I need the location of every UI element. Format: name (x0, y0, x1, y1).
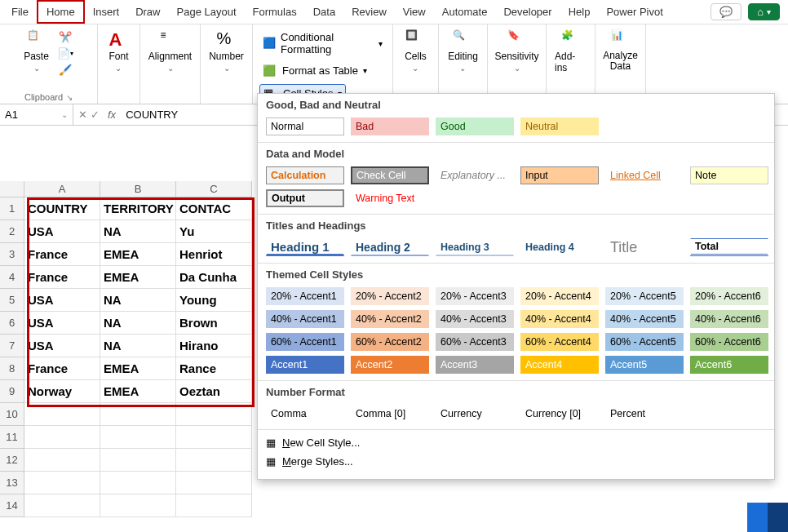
style-themed[interactable]: 60% - Accent5 (605, 333, 684, 351)
style-themed[interactable]: 60% - Accent4 (520, 333, 599, 351)
style-heading1[interactable]: Heading 1 (266, 238, 344, 256)
format-painter-button[interactable]: 🖌️ (55, 62, 75, 77)
style-linked-cell[interactable]: Linked Cell (605, 166, 684, 184)
style-heading4[interactable]: Heading 4 (520, 238, 599, 256)
number-button[interactable]: % Number (207, 28, 246, 75)
style-title[interactable]: Title (605, 238, 684, 256)
style-currency0[interactable]: Currency [0] (520, 405, 599, 423)
row-header[interactable]: 12 (0, 449, 24, 472)
row-header[interactable]: 11 (0, 426, 24, 449)
share-button[interactable]: ⌂ ▾ (748, 3, 780, 20)
style-themed[interactable]: 20% - Accent5 (605, 287, 684, 305)
cell[interactable] (100, 449, 176, 472)
style-input[interactable]: Input (520, 166, 599, 184)
style-currency[interactable]: Currency (436, 405, 514, 423)
tab-review[interactable]: Review (343, 0, 395, 24)
style-themed[interactable]: 60% - Accent1 (266, 333, 344, 351)
row-header[interactable]: 6 (0, 312, 24, 335)
tab-formulas[interactable]: Formulas (245, 0, 305, 24)
cell[interactable]: Brown (176, 312, 252, 335)
style-accent[interactable]: Accent6 (690, 356, 768, 374)
cell[interactable]: EMEA (100, 380, 176, 403)
cells-button[interactable]: 🔲 Cells (403, 28, 428, 75)
chevron-down-icon[interactable]: ⌄ (61, 110, 68, 119)
style-themed[interactable]: 40% - Accent2 (351, 310, 429, 328)
cell[interactable] (176, 494, 252, 517)
fx-icon[interactable]: fx (104, 109, 119, 121)
style-themed[interactable]: 40% - Accent4 (520, 310, 599, 328)
cell[interactable] (176, 449, 252, 472)
cell[interactable]: USA (24, 220, 100, 243)
name-box[interactable]: A1 ⌄ (0, 104, 73, 125)
style-themed[interactable]: 20% - Accent6 (690, 287, 768, 305)
taskbar-item-1[interactable] (747, 503, 768, 532)
cell[interactable]: Young (176, 289, 252, 312)
style-explanatory[interactable]: Explanatory ... (436, 166, 514, 184)
style-accent[interactable]: Accent4 (520, 356, 599, 374)
style-output[interactable]: Output (266, 189, 344, 207)
cell[interactable] (100, 403, 176, 426)
col-header[interactable]: A (24, 181, 100, 197)
style-check-cell[interactable]: Check Cell (351, 166, 429, 184)
style-themed[interactable]: 40% - Accent5 (605, 310, 684, 328)
taskbar-item-2[interactable] (768, 503, 788, 532)
row-header[interactable]: 2 (0, 220, 24, 243)
style-comma[interactable]: Comma (266, 405, 344, 423)
cell[interactable]: COUNTRY (24, 197, 100, 220)
style-themed[interactable]: 40% - Accent3 (436, 310, 514, 328)
cell[interactable]: Henriot (176, 243, 252, 266)
tab-help[interactable]: Help (560, 0, 599, 24)
style-heading2[interactable]: Heading 2 (351, 238, 429, 256)
row-header[interactable]: 13 (0, 472, 24, 494)
style-calculation[interactable]: Calculation (266, 166, 344, 184)
cell[interactable]: France (24, 243, 100, 266)
cell[interactable]: NA (100, 220, 176, 243)
cell[interactable] (100, 494, 176, 517)
cell[interactable]: USA (24, 335, 100, 357)
cell[interactable]: NA (100, 335, 176, 357)
style-themed[interactable]: 60% - Accent6 (690, 333, 768, 351)
comments-button[interactable]: 💬 (711, 3, 742, 20)
cancel-formula-icon[interactable]: ✕ (78, 109, 87, 121)
analyze-button[interactable]: 📊 Analyze Data (601, 28, 640, 73)
cell[interactable] (100, 426, 176, 449)
style-neutral[interactable]: Neutral (520, 117, 599, 135)
cell[interactable]: EMEA (100, 243, 176, 266)
font-button[interactable]: A Font (107, 28, 130, 75)
cell[interactable]: CONTAC (176, 197, 252, 220)
style-accent[interactable]: Accent2 (351, 356, 429, 374)
style-note[interactable]: Note (690, 166, 768, 184)
cell[interactable] (24, 472, 100, 494)
style-themed[interactable]: 40% - Accent1 (266, 310, 344, 328)
formula-input[interactable]: COUNTRY (119, 109, 184, 121)
cell[interactable] (24, 494, 100, 517)
cell[interactable]: EMEA (100, 357, 176, 380)
cell[interactable] (24, 426, 100, 449)
merge-styles-button[interactable]: ▦ Merge Styles... (266, 452, 766, 471)
select-all-corner[interactable] (0, 181, 24, 197)
cell[interactable]: France (24, 266, 100, 289)
paste-button[interactable]: 📋 Paste (22, 28, 51, 75)
format-as-table-button[interactable]: 🟩 Format as Table ▾ (259, 63, 370, 79)
row-header[interactable]: 1 (0, 197, 24, 220)
cell[interactable] (176, 472, 252, 494)
row-header[interactable]: 4 (0, 266, 24, 289)
cell[interactable]: Hirano (176, 335, 252, 357)
style-themed[interactable]: 60% - Accent3 (436, 333, 514, 351)
style-accent[interactable]: Accent3 (436, 356, 514, 374)
cell[interactable] (24, 449, 100, 472)
row-header[interactable]: 10 (0, 403, 24, 426)
cell[interactable]: Norway (24, 380, 100, 403)
copy-button[interactable]: 📄▾ (55, 46, 75, 60)
style-themed[interactable]: 60% - Accent2 (351, 333, 429, 351)
cell[interactable]: NA (100, 312, 176, 335)
tab-view[interactable]: View (395, 0, 434, 24)
style-themed[interactable]: 20% - Accent1 (266, 287, 344, 305)
conditional-formatting-button[interactable]: 🟦 Conditional Formatting ▾ (259, 29, 386, 57)
style-themed[interactable]: 40% - Accent6 (690, 310, 768, 328)
row-header[interactable]: 8 (0, 357, 24, 380)
style-total[interactable]: Total (690, 238, 768, 256)
row-header[interactable]: 9 (0, 380, 24, 403)
cell[interactable]: EMEA (100, 266, 176, 289)
tab-data[interactable]: Data (305, 0, 343, 24)
